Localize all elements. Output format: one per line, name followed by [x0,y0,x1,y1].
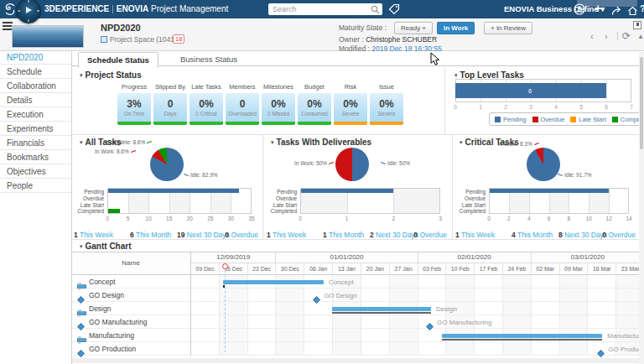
pending-bar[interactable] [301,189,393,193]
status-tile-budget[interactable]: 0%Consumed [298,93,331,125]
critical-pie[interactable] [527,148,560,181]
gantt-bar-concept[interactable] [223,280,324,284]
tile-label-milestones: Milestones [262,83,295,91]
maturity-current-button[interactable]: In Work [437,22,475,34]
status-tile-issue[interactable]: 0%Severe [370,93,403,125]
stat-this-week[interactable]: 1 This Week [267,226,306,241]
app-title: 3DEXPERIENCE|ENOVIA Project Management [44,4,228,13]
maturity-previous-button[interactable]: Ready + [394,22,433,34]
sidebar-item-collaboration[interactable]: Collaboration [0,79,71,93]
stat-this-month[interactable]: 6 This Month [130,226,171,241]
sidebar-item-objectives[interactable]: Objectives [0,164,71,179]
gantt-task-name: GO Manufacturing [89,318,147,326]
gantt-month-03-01-2020: 03/01/2020 [531,252,644,263]
maturity-next-button[interactable]: + In Review [484,22,532,34]
collapse-caret-icon: ▾ [271,139,274,145]
status-tile-risk[interactable]: 0%Severe [334,93,367,125]
sidebar-item-execution[interactable]: Execution [0,107,71,122]
forward-icon[interactable]: › [605,31,608,41]
all-tasks-pie[interactable] [150,148,184,181]
gantt-bar-design[interactable] [332,307,431,311]
tab-business-status[interactable]: Business Status [172,53,246,66]
legend-item-late-start: Late Start [570,116,606,123]
gantt-task-manufacturing[interactable]: Manufacturing [71,329,190,342]
x-tick-label: 12 [602,216,615,221]
gantt-task-go-design[interactable]: GO Design [71,289,190,302]
sidebar-item-financials[interactable]: Financials [0,136,71,150]
pending-bar[interactable] [108,189,239,193]
tile-status-bar [190,122,223,125]
section-header-gantt-chart[interactable]: ▾Gantt Chart [80,242,132,251]
search-input[interactable]: Search [268,3,382,15]
section-header-tasks-with-deliverables[interactable]: ▾Tasks With Deliverables [271,138,371,147]
workspace-selector[interactable]: ENOVIA Business Define ▾ [504,4,605,13]
stat-overdue[interactable]: 0 Overdue [203,226,258,241]
stat-overdue[interactable]: 0 Overdue [580,226,636,241]
x-tick-label: 6 [543,216,556,221]
gantt-task-go-manufacturing[interactable]: GO Manufacturing [71,315,190,329]
gantt-task-design[interactable]: Design [71,302,190,315]
sidebar-item-schedule[interactable]: Schedule [0,65,71,79]
gantt-task-concept[interactable]: Concept [71,275,190,289]
stat-this-week[interactable]: 1 This Week [455,226,495,241]
horizontal-scrollbar[interactable] [71,358,639,363]
status-tile-late-tasks[interactable]: 0%0 Critical [190,93,223,125]
sidebar-item-bookmarks[interactable]: Bookmarks [0,150,71,164]
completed-bar[interactable] [108,209,120,213]
gantt-task-go-production[interactable]: GO Production [71,342,190,356]
panel-icon[interactable] [633,21,641,29]
gantt-milestone-go-design[interactable] [313,292,319,299]
help-icon[interactable]: ? [640,3,644,13]
play-icon [26,7,32,13]
category-label-completed: Completed [69,208,104,214]
home-icon[interactable] [627,4,638,19]
tab-schedule-status[interactable]: Schedule Status [78,52,158,68]
gantt-bar-manufacturing[interactable] [442,334,602,338]
category-label-pending: Pending [262,189,297,195]
refresh-icon[interactable]: ⟳ [622,30,631,42]
vertical-scrollbar-thumb[interactable] [640,57,643,149]
gantt-week-03-feb: 03 Feb [418,263,446,275]
gantt-milestone-go-production[interactable] [597,346,604,352]
status-tile-milestones[interactable]: 0%0 Missed [262,93,295,125]
stat-this-month[interactable]: 4 This Month [512,226,553,241]
stat-overdue[interactable]: 0 Overdue [392,226,447,241]
nav-divider: | [616,30,619,40]
stat-label: Overdue [606,231,636,239]
pending-bar[interactable] [490,189,609,193]
section-header-top-level-tasks[interactable]: ▾Top Level Tasks [454,70,524,80]
tile-value: 0% [298,98,331,110]
section-title: Project Status [86,70,142,80]
status-tile-members[interactable]: 0Overloaded [226,93,259,125]
sidebar-item-details[interactable]: Details [0,93,71,107]
sidebar-item-experiments[interactable]: Experiments [0,122,71,136]
owner-label: Owner : [339,35,364,44]
legend-label: Overdue [541,116,565,123]
legend-item-pending: Pending [495,116,527,123]
user-icon[interactable] [574,3,585,18]
share-icon[interactable] [611,4,622,19]
status-tile-slipped-by[interactable]: 0Days [153,93,187,125]
sidebar-item-npd2020[interactable]: NPD2020 [0,50,71,65]
x-tick-label: 6 [601,104,611,110]
tile-sub: 0 Critical [190,111,223,117]
back-icon[interactable]: ‹ [590,31,594,41]
stat-this-week[interactable]: 1 This Week [74,226,113,241]
deliverables-pie[interactable] [335,148,369,181]
sidebar-item-people[interactable]: People [0,179,71,193]
section-header-critical-tasks[interactable]: ▾Critical Tasks [460,138,519,147]
collapse-icon[interactable]: ▲ [637,33,644,40]
section-header-project-status[interactable]: ▾Project Status [80,70,142,80]
milestone-icon [77,319,86,326]
add-icon[interactable]: + [595,2,601,15]
status-tile-progress[interactable]: 3%On Time [117,93,151,125]
tile-value: 0% [262,98,295,110]
compass-south-tick [28,19,29,22]
tag-icon[interactable] [388,3,400,15]
notification-badge[interactable]: 18 [173,34,184,44]
gantt-milestone-go-manufacturing[interactable] [426,319,433,325]
milestone-icon [77,292,86,299]
stat-this-month[interactable]: 1 This Month [323,226,364,241]
gantt-baseline-design [332,312,431,315]
section-header-all-tasks[interactable]: ▾All Tasks [80,138,122,147]
